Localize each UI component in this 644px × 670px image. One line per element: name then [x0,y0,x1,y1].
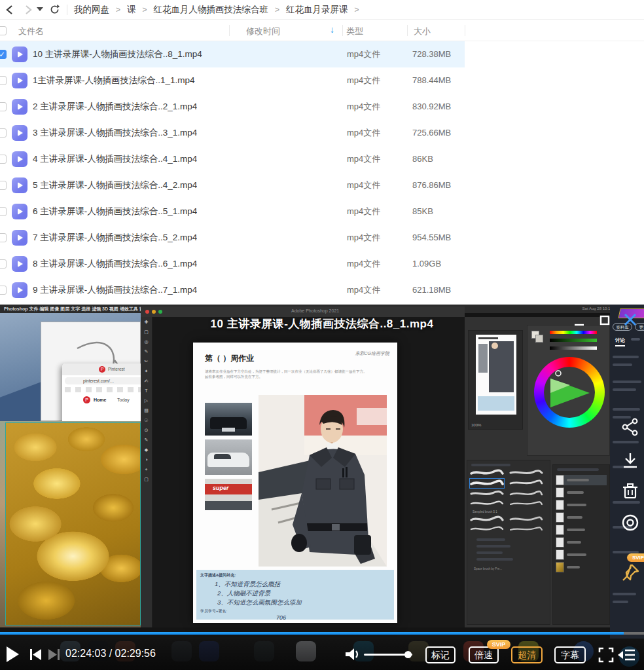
file-size: 788.44MB [412,67,451,94]
row-checkbox[interactable] [0,259,7,269]
back-icon[interactable] [3,3,17,17]
video-file-icon [12,151,27,167]
gold-ingots-image [5,422,141,625]
breadcrumb-recordings[interactable]: 红花血月录屏课 [286,4,348,16]
save-to-disk-icon[interactable] [620,513,640,532]
police-officer-illustration [259,395,387,567]
mark-button[interactable]: 标记 [425,646,456,663]
video-file-icon [12,73,27,88]
select-all-checkbox[interactable] [0,26,7,35]
ps-toolbar: ✚▢◎✎✂✦✍T▷▧☉⊙✎◆◑⌖▢ [141,317,152,627]
file-size: 876.86MB [412,172,451,198]
column-type[interactable]: 类型 [346,26,363,37]
file-name[interactable]: 9 主讲录屏课-人物插画技法综合..7_1.mp4 [33,277,197,303]
file-name[interactable]: 6 主讲录屏课-人物插画技法综合..5_1.mp4 [33,198,197,225]
row-checkbox[interactable] [0,76,7,85]
row-checkbox[interactable] [0,102,7,111]
file-name[interactable]: 3 主讲录屏课-人物插画技法综合..3_1.mp4 [33,120,197,146]
quality-button[interactable]: 超清 [511,646,543,663]
file-name[interactable]: 5 主讲录屏课-人物插画技法综合..4_2.mp4 [33,172,197,198]
file-type: mp4文件 [347,41,380,67]
brushes-panel: Sampled brush 5 1 Space brush by Fre... [467,460,550,625]
video-file-icon [12,230,27,246]
video-file-icon [12,125,27,141]
volume-slider[interactable] [364,654,412,656]
navigator-zoom: 100% [471,423,481,427]
file-name[interactable]: 2 主讲录屏课-人物插画技法综合..2_1.mp4 [33,94,197,120]
discussion-tab[interactable]: 讨论 [615,337,625,346]
row-checkbox[interactable]: ✓ [0,50,7,59]
next-button[interactable] [47,649,60,663]
volume-icon[interactable] [345,648,361,663]
breadcrumb-my-drive[interactable]: 我的网盘 [74,4,109,16]
file-type: mp4文件 [347,198,380,225]
pinterest-home-tab[interactable]: Home [94,398,106,402]
file-name[interactable]: 1主讲录屏课-人物插画技法综合..1_1.mp4 [33,67,195,94]
svip-badge: SVIP [487,640,510,649]
subtitle-button[interactable]: 字幕 [554,646,586,663]
row-checkbox[interactable] [0,207,7,216]
table-row[interactable]: 5 主讲录屏课-人物插画技法综合..4_2.mp4 mp4文件 876.86MB [0,172,465,198]
volume-knob[interactable] [404,651,412,658]
table-row[interactable]: 2 主讲录屏课-人物插画技法综合..2_1.mp4 mp4文件 830.92MB [0,94,465,120]
column-modified[interactable]: 修改时间 [246,26,280,37]
progress-bar[interactable] [0,632,644,635]
history-dropdown-icon[interactable] [35,3,45,17]
table-row[interactable]: ✓ 10 主讲录屏课-人物插画技法综合..8_1.mp4 mp4文件 728.3… [0,41,465,67]
row-checkbox[interactable] [0,233,7,242]
playlist-icon[interactable] [618,648,635,662]
color-panel [527,325,610,456]
maximize-button[interactable] [599,315,610,326]
breadcrumb-class[interactable]: 红花血月人物插画技法综合班 [154,4,269,16]
table-row[interactable]: 7 主讲录屏课-人物插画技法综合..5_2.mp4 mp4文件 954.55MB [0,225,465,251]
file-size: 954.55MB [412,225,451,251]
video-file-icon [12,47,27,62]
table-row[interactable]: 6 主讲录屏课-人物插画技法综合..5_1.mp4 mp4文件 85KB [0,198,465,225]
row-checkbox[interactable] [0,128,7,138]
svip-badge: SVIP [627,553,644,562]
file-name[interactable]: 7 主讲录屏课-人物插画技法综合..5_2.mp4 [33,225,197,251]
breadcrumb-course[interactable]: 课 [127,4,136,16]
download-icon[interactable] [620,451,640,471]
brightness-slider[interactable] [550,346,597,350]
file-name[interactable]: 10 主讲录屏课-人物插画技法综合..8_1.mp4 [33,41,202,67]
sort-desc-icon[interactable]: ↓ [330,24,334,35]
pinterest-avatar: P [83,396,90,403]
row-checkbox[interactable] [0,286,7,295]
discussion-panel: 资料库 更多 讨论 [610,305,644,639]
pinterest-today-tab[interactable]: Today [117,398,130,402]
ps-app-title: Adobe Photoshop 2021 [291,308,339,313]
play-button[interactable] [7,646,19,662]
mac-max-dot [158,310,162,314]
row-checkbox[interactable] [0,155,7,164]
table-row[interactable]: 1主讲录屏课-人物插画技法综合..1_1.mp4 mp4文件 788.44MB [0,67,465,94]
close-button[interactable] [623,312,637,327]
ref-photo-police-car [205,403,252,436]
previous-button[interactable] [29,649,43,663]
refresh-icon[interactable] [47,3,62,17]
forward-icon[interactable] [21,3,35,17]
row-checkbox[interactable] [0,181,7,190]
color-wheel[interactable] [534,357,605,428]
column-filename[interactable]: 文件名 [18,26,44,37]
column-size[interactable]: 大小 [414,26,431,37]
browser-url[interactable]: pinterest.com/… [83,379,114,383]
table-row[interactable]: 4 主讲录屏课-人物插画技法综合..4_1.mp4 mp4文件 86KB [0,146,465,172]
table-row[interactable]: 8 主讲录屏课-人物插画技法综合..6_1.mp4 mp4文件 1.09GB [0,251,465,277]
mac-min-dot [152,310,156,314]
delete-icon[interactable] [620,481,640,501]
file-name[interactable]: 8 主讲录屏课-人物插画技法综合..6_1.mp4 [33,251,197,277]
saturation-slider[interactable] [550,339,597,342]
file-name[interactable]: 4 主讲录屏课-人物插画技法综合..4_1.mp4 [33,146,197,172]
video-frame[interactable]: Photoshop 文件 编辑 图像 图层 文字 选择 滤镜 3D 视图 增效工… [0,305,644,670]
table-row[interactable]: 3 主讲录屏课-人物插画技法综合..3_1.mp4 mp4文件 725.66MB [0,120,465,146]
video-file-icon [12,99,27,115]
table-row[interactable]: 9 主讲录屏课-人物插画技法综合..7_1.mp4 mp4文件 621.18MB [0,277,465,303]
pin-favorite-icon[interactable] [620,563,640,582]
file-type: mp4文件 [347,172,380,198]
fullscreen-icon[interactable] [598,647,614,663]
minimize-button[interactable] [573,318,585,327]
video-player: Photoshop 文件 编辑 图像 图层 文字 选择 滤镜 3D 视图 增效工… [0,305,644,670]
progress-played [0,632,624,635]
share-icon[interactable] [620,417,640,437]
